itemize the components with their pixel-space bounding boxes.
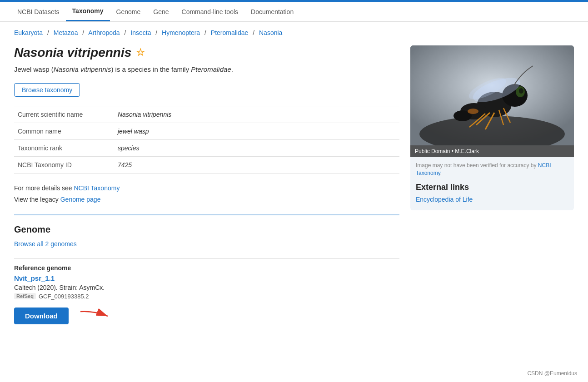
table-row-taxonomy-id: NCBI Taxonomy ID 7425	[14, 156, 399, 173]
refseq-row: RefSeq GCF_009193385.2	[14, 293, 399, 300]
breadcrumb-sep-4: /	[155, 29, 157, 36]
nav-commandline[interactable]: Command-line tools	[175, 3, 245, 21]
species-name: Nasonia vitripennis	[14, 45, 131, 60]
species-description: Jewel wasp (Nasonia vitripennis) is a sp…	[14, 64, 399, 75]
image-caption: Public Domain • M.E.Clark	[410, 145, 574, 157]
wasp-image-svg	[410, 45, 574, 145]
desc-end: .	[231, 65, 233, 73]
svg-point-17	[468, 109, 478, 114]
value-common-name: jewel wasp	[114, 123, 399, 139]
download-area: Download	[14, 307, 399, 325]
genome-section-title: Genome	[14, 224, 399, 235]
download-button[interactable]: Download	[14, 308, 69, 324]
external-links-section: For more details see NCBI Taxonomy View …	[14, 183, 399, 205]
nav-taxonomy[interactable]: Taxonomy	[66, 2, 110, 21]
external-links-title: External links	[410, 181, 574, 196]
species-image-container	[410, 45, 574, 145]
breadcrumb-arthropoda[interactable]: Arthropoda	[88, 29, 120, 36]
genome-sub-divider	[14, 258, 399, 259]
breadcrumb: Eukaryota / Metazoa / Arthropoda / Insec…	[14, 22, 574, 42]
species-title-row: Nasonia vitripennis ☆	[14, 45, 399, 60]
taxonomy-info-table: Current scientific name Nasonia vitripen…	[14, 106, 399, 174]
sidebar: Public Domain • M.E.Clark Image may not …	[410, 45, 574, 325]
ref-genome-info: Caltech (2020). Strain: AsymCx.	[14, 284, 399, 291]
refseq-value: GCF_009193385.2	[39, 293, 89, 300]
breadcrumb-eukaryota[interactable]: Eukaryota	[14, 29, 43, 36]
favorite-star-icon[interactable]: ☆	[136, 47, 145, 59]
desc-post: ) is a species in the family	[111, 65, 191, 73]
reference-genome-link[interactable]: Nvit_psr_1.1	[14, 274, 55, 282]
breadcrumb-sep-5: /	[204, 29, 206, 36]
desc-family: Pteromalidae	[191, 65, 231, 73]
label-taxonomic-rank: Taxonomic rank	[14, 139, 114, 156]
desc-pre: Jewel wasp (	[14, 65, 54, 73]
breadcrumb-sep-2: /	[82, 29, 84, 36]
breadcrumb-nasonia[interactable]: Nasonia	[259, 29, 282, 36]
legacy-pre: View the legacy	[14, 196, 60, 203]
browse-taxonomy-button[interactable]: Browse taxonomy	[14, 83, 80, 97]
label-scientific-name: Current scientific name	[14, 106, 114, 123]
genome-section: Genome Browse all 2 genomes Reference ge…	[14, 224, 399, 325]
value-taxonomic-rank: species	[114, 139, 399, 156]
genome-page-link[interactable]: Genome page	[60, 196, 101, 203]
eol-link[interactable]: Encyclopedia of Life	[416, 196, 473, 203]
species-image-card: Public Domain • M.E.Clark Image may not …	[410, 45, 574, 210]
table-row-taxonomic-rank: Taxonomic rank species	[14, 139, 399, 156]
reference-genome-label: Reference genome	[14, 264, 399, 272]
section-divider	[14, 214, 399, 215]
nav-genome[interactable]: Genome	[110, 3, 147, 21]
nav-ncbi-datasets[interactable]: NCBI Datasets	[11, 3, 66, 21]
ncbi-taxonomy-line: For more details see NCBI Taxonomy	[14, 183, 399, 194]
breadcrumb-sep-3: /	[125, 29, 126, 36]
more-details-pre: For more details see	[14, 184, 74, 192]
refseq-label: RefSeq	[14, 293, 36, 299]
desc-italic-name: Nasonia vitripennis	[54, 65, 111, 73]
breadcrumb-hymenoptera[interactable]: Hymenoptera	[162, 29, 200, 36]
label-common-name: Common name	[14, 123, 114, 139]
external-links-list: Encyclopedia of Life	[410, 196, 574, 210]
main-content: Nasonia vitripennis ☆ Jewel wasp (Nasoni…	[14, 45, 399, 325]
arrow-annotation	[76, 307, 112, 325]
svg-point-7	[519, 88, 523, 94]
top-navigation: NCBI Datasets Taxonomy Genome Gene Comma…	[0, 2, 588, 22]
nav-documentation[interactable]: Documentation	[244, 3, 300, 21]
breadcrumb-metazoa[interactable]: Metazoa	[54, 29, 78, 36]
image-verify-text: Image may not have been verified for acc…	[410, 157, 574, 181]
label-taxonomy-id: NCBI Taxonomy ID	[14, 156, 114, 173]
breadcrumb-sep-6: /	[253, 29, 254, 36]
browse-all-genomes-link[interactable]: Browse all 2 genomes	[14, 240, 77, 248]
table-row-common-name: Common name jewel wasp	[14, 123, 399, 139]
value-scientific-name: Nasonia vitripennis	[114, 106, 399, 123]
ncbi-taxonomy-link[interactable]: NCBI Taxonomy	[74, 184, 120, 192]
breadcrumb-insecta[interactable]: Insecta	[130, 29, 151, 36]
breadcrumb-sep-1: /	[47, 29, 49, 36]
value-taxonomy-id: 7425	[114, 156, 399, 173]
genome-page-line: View the legacy Genome page	[14, 194, 399, 205]
nav-gene[interactable]: Gene	[147, 3, 175, 21]
table-row-scientific-name: Current scientific name Nasonia vitripen…	[14, 106, 399, 123]
breadcrumb-pteromalidae[interactable]: Pteromalidae	[211, 29, 249, 36]
